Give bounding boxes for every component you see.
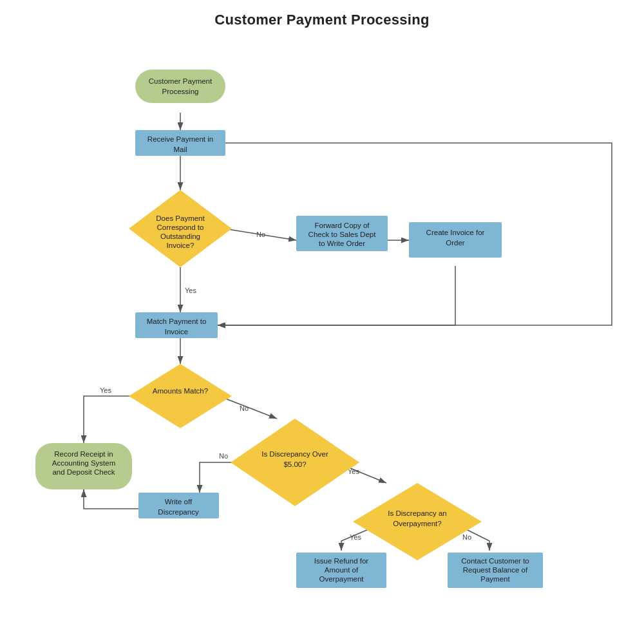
svg-text:Outstanding: Outstanding bbox=[160, 232, 200, 240]
flowchart: No Yes Yes No No Yes Yes No bbox=[0, 0, 644, 644]
svg-text:Receive Payment in: Receive Payment in bbox=[147, 135, 213, 143]
svg-text:Is Discrepancy an: Is Discrepancy an bbox=[388, 509, 446, 517]
svg-text:No: No bbox=[240, 404, 249, 412]
svg-text:No: No bbox=[256, 231, 265, 238]
svg-text:Request Balance of: Request Balance of bbox=[463, 566, 528, 574]
node-amounts-match bbox=[129, 364, 232, 428]
svg-text:Record Receipt in: Record Receipt in bbox=[54, 450, 113, 458]
node-start bbox=[135, 70, 225, 103]
svg-text:Issue Refund for: Issue Refund for bbox=[314, 557, 369, 565]
svg-text:Accounting System: Accounting System bbox=[52, 459, 115, 467]
svg-text:Processing: Processing bbox=[162, 88, 199, 95]
svg-text:Invoice: Invoice bbox=[165, 328, 188, 336]
svg-text:Mail: Mail bbox=[173, 146, 187, 153]
svg-text:Yes: Yes bbox=[350, 533, 361, 541]
svg-text:No: No bbox=[219, 452, 228, 460]
svg-text:Is Discrepancy Over: Is Discrepancy Over bbox=[261, 450, 328, 458]
svg-text:Check to Sales Dept: Check to Sales Dept bbox=[308, 231, 377, 238]
svg-text:Invoice?: Invoice? bbox=[167, 242, 194, 249]
svg-text:Forward Copy of: Forward Copy of bbox=[314, 222, 370, 229]
svg-text:to Write Order: to Write Order bbox=[319, 240, 365, 247]
svg-text:Discrepancy: Discrepancy bbox=[158, 508, 199, 516]
svg-text:Overpayment?: Overpayment? bbox=[393, 520, 441, 527]
svg-text:Yes: Yes bbox=[100, 386, 111, 394]
svg-text:Customer Payment: Customer Payment bbox=[149, 77, 213, 85]
svg-text:Amount of: Amount of bbox=[325, 566, 359, 574]
svg-text:and Deposit Check: and Deposit Check bbox=[52, 468, 115, 476]
svg-text:Write off: Write off bbox=[165, 498, 193, 506]
svg-text:Yes: Yes bbox=[185, 287, 196, 294]
svg-text:No: No bbox=[462, 533, 471, 541]
diagram-container: Customer Payment Processing No Yes bbox=[0, 0, 644, 644]
svg-text:Contact Customer to: Contact Customer to bbox=[461, 557, 529, 565]
svg-text:Correspond to: Correspond to bbox=[157, 223, 204, 231]
svg-text:Create Invoice for: Create Invoice for bbox=[426, 229, 485, 236]
svg-text:Payment: Payment bbox=[480, 575, 510, 583]
svg-text:Does Payment: Does Payment bbox=[156, 214, 205, 222]
svg-text:Amounts Match?: Amounts Match? bbox=[153, 387, 208, 395]
svg-text:$5.00?: $5.00? bbox=[283, 460, 306, 468]
svg-text:Match Payment to: Match Payment to bbox=[147, 317, 207, 325]
svg-text:Overpayment: Overpayment bbox=[319, 575, 364, 583]
svg-text:Order: Order bbox=[446, 239, 465, 247]
